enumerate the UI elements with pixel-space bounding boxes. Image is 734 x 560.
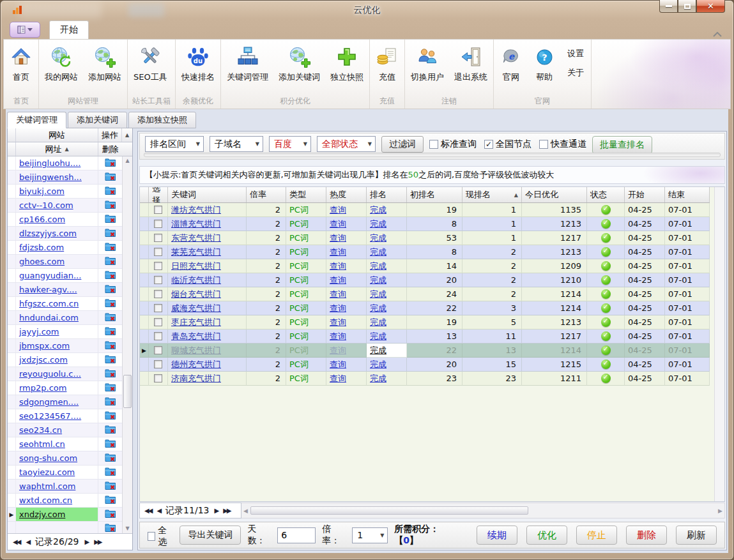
keyword-link[interactable]: 临沂充气拱门 xyxy=(171,275,221,286)
rank-status-link[interactable]: 完成 xyxy=(370,218,386,230)
keyword-link[interactable]: 莱芜充气拱门 xyxy=(171,246,221,258)
heat-query-link[interactable]: 查询 xyxy=(330,204,346,216)
delete-site-button[interactable] xyxy=(98,423,122,437)
delete-site-button[interactable] xyxy=(98,409,122,423)
ribbon-item-3-0[interactable]: du快速排名 xyxy=(176,41,220,95)
site-link[interactable]: hndundai.com xyxy=(19,313,79,322)
pager-first-button[interactable]: ◀◀ xyxy=(144,507,151,514)
heat-query-link[interactable]: 查询 xyxy=(330,218,346,230)
scroll-right-arrow[interactable]: ▶ xyxy=(718,508,723,514)
keyword-link[interactable]: 淄博充气拱门 xyxy=(171,218,221,230)
site-link[interactable]: jayyj.com xyxy=(19,327,59,337)
grid-header-6[interactable]: 初排名 xyxy=(407,187,463,202)
delete-site-button[interactable] xyxy=(98,494,122,507)
site-link[interactable]: seo234.cn xyxy=(19,425,62,435)
scroll-left-arrow[interactable]: ◀ xyxy=(243,508,248,514)
scrollbar-thumb[interactable] xyxy=(250,506,528,515)
filter-select-3[interactable]: 全部状态▼ xyxy=(317,136,376,152)
grid-header-10[interactable]: 开始 xyxy=(625,187,665,202)
rank-status-link[interactable]: 完成 xyxy=(370,275,386,286)
days-input[interactable] xyxy=(277,527,316,543)
grid-header-2[interactable]: 倍率 xyxy=(247,187,286,202)
site-link[interactable]: ghoes.com xyxy=(19,257,65,266)
delete-site-button[interactable] xyxy=(98,255,122,268)
site-link[interactable]: song-shu.com xyxy=(19,453,77,463)
filter-words-button[interactable]: 过滤词 xyxy=(381,136,424,153)
action-button-2[interactable]: 停止 xyxy=(576,526,617,545)
delete-site-button[interactable] xyxy=(98,170,122,184)
rank-status-link[interactable]: 完成 xyxy=(370,261,386,272)
site-link[interactable]: cctv--10.com xyxy=(19,201,73,210)
delete-site-button[interactable] xyxy=(98,185,122,198)
grid-header-0[interactable]: 选择 xyxy=(149,187,168,202)
rank-status-link[interactable]: 完成 xyxy=(370,204,386,216)
delete-site-button[interactable] xyxy=(98,451,122,465)
delete-site-button[interactable] xyxy=(98,480,122,493)
filter-checkbox-2[interactable]: 快查通道 xyxy=(539,139,586,150)
close-button[interactable]: ✕ xyxy=(696,0,725,13)
scrollbar-thumb[interactable] xyxy=(123,375,132,408)
grid-header-9[interactable]: 状态 xyxy=(587,187,625,202)
delete-site-button[interactable] xyxy=(98,199,122,212)
titlebar[interactable]: 云优化 ✕ xyxy=(1,1,733,20)
site-link[interactable]: reyouguolu.c... xyxy=(19,369,81,379)
sidebar-header-url[interactable]: 网址▲ xyxy=(16,142,98,156)
ribbon-item-7-1[interactable]: ?帮助 xyxy=(528,41,561,95)
ribbon-item-4-1[interactable]: 添加关键词 xyxy=(273,41,325,95)
delete-site-button[interactable] xyxy=(98,339,122,352)
collapse-ribbon-chevron[interactable] xyxy=(713,27,722,40)
rate-select[interactable]: 1▼ xyxy=(352,527,388,543)
keyword-link[interactable]: 烟台充气拱门 xyxy=(171,289,221,300)
grid-header-7[interactable]: 现排名▲ xyxy=(463,187,522,202)
export-keywords-button[interactable]: 导出关键词 xyxy=(180,526,241,545)
grid-header-1[interactable]: 关键词 xyxy=(168,187,247,202)
grid-header-3[interactable]: 类型 xyxy=(286,187,326,202)
ribbon-item-4-2[interactable]: 独立快照 xyxy=(325,41,369,95)
delete-site-button[interactable] xyxy=(98,437,122,451)
grid-vertical-scrollbar[interactable] xyxy=(714,187,724,501)
ribbon-extra-item-0[interactable]: 设置 xyxy=(567,48,584,59)
doc-tab-0[interactable]: 关键词管理 xyxy=(7,112,66,128)
delete-site-button[interactable] xyxy=(98,213,122,226)
rank-status-link[interactable]: 完成 xyxy=(370,289,386,300)
keyword-link[interactable]: 日照充气拱门 xyxy=(171,261,221,272)
sidebar-header-action[interactable]: 操作 xyxy=(98,128,122,142)
site-link[interactable]: jbmspx.com xyxy=(19,341,70,351)
filter-select-2[interactable]: 百度▼ xyxy=(269,136,311,152)
site-link[interactable]: cp166.com xyxy=(19,215,65,224)
pager-first-button[interactable]: ◀◀ xyxy=(13,538,20,545)
sidebar-header-site[interactable]: 网站 xyxy=(16,128,98,142)
delete-site-button[interactable] xyxy=(98,381,122,395)
grid-header-8[interactable]: 今日优化 xyxy=(522,187,587,202)
delete-site-button[interactable] xyxy=(98,367,122,381)
ribbon-item-1-1[interactable]: 添加网站 xyxy=(83,41,126,95)
pager-next-button[interactable]: ▶ xyxy=(84,538,88,545)
ribbon-tab-start[interactable]: 开始 xyxy=(49,20,89,39)
checkbox-icon[interactable] xyxy=(154,374,162,382)
app-menu-button[interactable] xyxy=(10,22,40,38)
rank-status-link[interactable]: 完成 xyxy=(370,373,386,384)
delete-site-button[interactable] xyxy=(98,241,122,254)
heat-query-link[interactable]: 查询 xyxy=(330,261,346,272)
ribbon-item-1-0[interactable]: 我的网站 xyxy=(40,41,83,95)
delete-site-button[interactable] xyxy=(98,311,122,324)
rank-status-link[interactable]: 完成 xyxy=(370,359,386,370)
delete-site-button[interactable] xyxy=(98,227,122,240)
heat-query-link[interactable]: 查询 xyxy=(330,232,346,244)
rank-status-link[interactable]: 完成 xyxy=(370,317,386,328)
delete-site-button[interactable] xyxy=(98,283,122,296)
action-button-3[interactable]: 删除 xyxy=(626,526,667,545)
site-link[interactable]: guangyudian... xyxy=(19,271,81,280)
pager-prev-button[interactable]: ◀ xyxy=(157,507,160,514)
ribbon-item-7-0[interactable]: e官网 xyxy=(494,41,528,95)
keyword-link[interactable]: 威海充气拱门 xyxy=(171,303,221,314)
sidebar-scroll-up-arrow[interactable]: ▲ xyxy=(122,128,132,142)
grid-header-4[interactable]: 热度 xyxy=(326,187,367,202)
sidebar-header-delete[interactable]: 删除 xyxy=(98,142,122,156)
site-link[interactable]: beijingwensh... xyxy=(19,172,82,182)
maximize-button[interactable] xyxy=(678,0,696,13)
checkbox-icon[interactable] xyxy=(154,248,162,256)
rank-status-link[interactable]: 完成 xyxy=(370,303,386,314)
delete-site-button[interactable] xyxy=(98,522,122,533)
checkbox-icon[interactable] xyxy=(154,304,162,312)
